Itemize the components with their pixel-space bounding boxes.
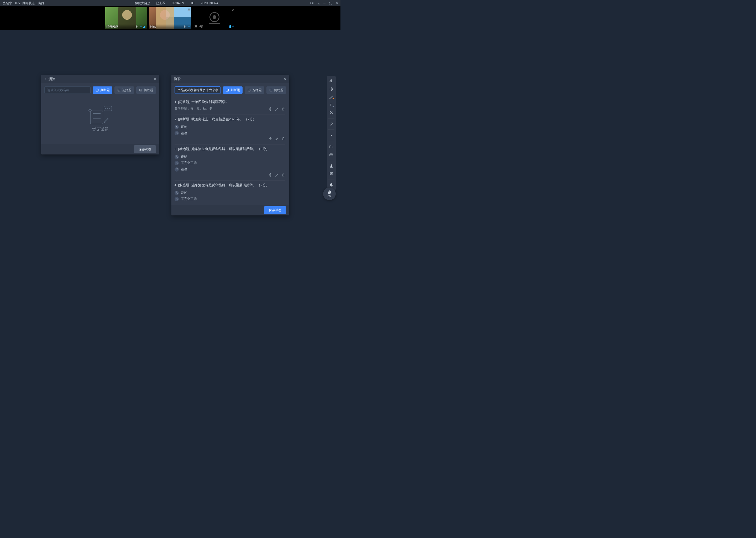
option-c[interactable]: C错误 (174, 166, 285, 173)
empty-text: 暂无试题 (92, 127, 109, 133)
video-close-icon[interactable]: ✕ (232, 8, 234, 12)
volume-indicator (228, 25, 231, 28)
close-icon[interactable]: ✕ (284, 77, 287, 81)
mic-muted-icon (232, 25, 234, 28)
move-tool-icon[interactable] (328, 86, 335, 92)
add-judge-button[interactable]: 判断题 (223, 86, 243, 94)
eraser-tool-icon[interactable] (328, 121, 335, 128)
panel-title: 测验 (174, 77, 284, 81)
add-judge-button[interactable]: 判断题 (93, 86, 112, 94)
option-b[interactable]: B错误 (174, 130, 285, 136)
edit-icon[interactable] (275, 173, 279, 177)
svg-rect-17 (226, 89, 228, 91)
option-b[interactable]: B不完全正确 (174, 160, 285, 166)
packet-loss-label: 丢包率：0% (3, 1, 20, 6)
move-icon[interactable] (269, 107, 272, 111)
svg-rect-25 (330, 154, 333, 156)
cursor-tool-icon[interactable] (328, 78, 335, 84)
svg-rect-10 (188, 26, 189, 27)
question-item: 3 [单选题] 施华洛世奇是反华品牌，所以梁鼎琪反华。 （2分） A正确 B不完… (174, 144, 285, 181)
back-icon[interactable] (44, 77, 46, 81)
folder-tool-icon[interactable] (328, 143, 335, 150)
minimize-icon[interactable] (323, 1, 326, 5)
edit-icon[interactable] (275, 107, 279, 111)
user-tool-icon[interactable] (328, 162, 335, 169)
elapsed-time: 02:34:09 (172, 1, 184, 5)
svg-point-6 (136, 26, 137, 27)
svg-rect-13 (96, 89, 98, 91)
elapsed-label: 已上课： (156, 1, 168, 5)
laser-tool-icon[interactable] (328, 132, 335, 139)
toolbox-tool-icon[interactable] (328, 151, 335, 158)
option-a[interactable]: A是的 (174, 190, 285, 196)
quiz-panel-empty: 测验 ✕ 判断题 选择题 T 简答题 暂无试题 (41, 75, 159, 154)
svg-point-1 (318, 3, 319, 4)
svg-text:T: T (330, 103, 332, 106)
add-short-answer-button[interactable]: T 简答题 (136, 86, 156, 94)
pen-tool-icon[interactable] (328, 93, 335, 100)
record-indicator-icon (183, 25, 187, 28)
save-quiz-button[interactable]: 保存试卷 (134, 145, 156, 153)
maximize-icon[interactable] (329, 1, 333, 5)
settings-icon[interactable] (316, 1, 320, 5)
scissors-tool-icon[interactable] (328, 109, 335, 116)
question-item: 4 [多选题] 施华洛世奇是反华品牌，所以梁鼎琪反华。 （2分） A是的 B不完… (174, 181, 285, 202)
video-tile-student-1[interactable]: ✕ Nina (149, 7, 191, 29)
session-id-label: ID： (191, 1, 198, 5)
add-choice-button[interactable]: 选择题 (245, 86, 264, 94)
mic-icon (188, 25, 190, 28)
svg-point-26 (330, 164, 332, 166)
topbar: 丢包率：0% 网络状态：良好 神秘大自然 已上课：02:34:09 ID：202… (0, 0, 341, 6)
close-window-icon[interactable] (335, 1, 339, 5)
svg-rect-7 (140, 26, 141, 27)
panel-title: 测验 (49, 77, 154, 81)
right-toolbar: T (327, 76, 336, 190)
add-short-answer-button[interactable]: T 简答题 (266, 86, 286, 94)
add-choice-button[interactable]: 选择题 (115, 86, 134, 94)
record-indicator-icon (135, 25, 139, 28)
svg-point-9 (184, 26, 185, 27)
svg-point-24 (331, 135, 332, 136)
record-icon[interactable] (310, 1, 314, 5)
quiz-panel-editor: 测验 ✕ 判断题 选择题 T 简答题 1 [简答题] (171, 75, 289, 215)
empty-illustration (88, 106, 112, 124)
delete-icon[interactable] (281, 107, 285, 111)
quiz-name-input[interactable] (44, 86, 91, 94)
option-a[interactable]: A正确 (174, 154, 285, 160)
delete-icon[interactable] (281, 137, 285, 140)
network-status-label: 网络状态：良好 (22, 1, 44, 6)
svg-rect-0 (310, 2, 313, 4)
move-icon[interactable] (269, 173, 272, 177)
video-name-label: 叮当老师 (106, 25, 135, 28)
close-icon[interactable]: ✕ (154, 77, 157, 81)
volume-indicator (143, 25, 146, 28)
video-tile-student-2[interactable]: ✕ 王小明 (193, 7, 235, 29)
edit-icon[interactable] (275, 137, 279, 140)
delete-icon[interactable] (281, 173, 285, 177)
video-tile-teacher[interactable]: 叮当老师 (105, 7, 147, 29)
quiz-name-input[interactable] (174, 86, 221, 94)
svg-text:T: T (140, 89, 141, 91)
hand-count: 0/2 (328, 195, 331, 198)
class-title: 神秘大自然 (135, 1, 150, 5)
option-b[interactable]: B不完全正确 (174, 196, 285, 202)
svg-text:T: T (270, 89, 271, 91)
session-id-value: 2020070324 (201, 1, 218, 5)
save-quiz-button[interactable]: 保存试卷 (264, 206, 286, 214)
hand-icon (327, 190, 332, 195)
raise-hand-badge[interactable]: 0/2 (323, 188, 336, 200)
video-name-label: 王小明 (195, 25, 228, 28)
camera-off-icon (210, 12, 219, 22)
question-item: 2 [判断题] 我国宪法上一次更新是在2020年。 （2分） A正确 B错误 (174, 115, 285, 144)
mic-icon (140, 25, 142, 28)
text-tool-icon[interactable]: T (328, 101, 335, 108)
move-icon[interactable] (269, 137, 272, 140)
answer-prefix: 参考答案： (174, 107, 190, 110)
option-a[interactable]: A正确 (174, 124, 285, 130)
question-item: 1 [简答题] 一年四季分别是哪四季? 参考答案：春、夏、秋、冬 (174, 97, 285, 115)
answer-text: 春、夏、秋、冬 (190, 107, 213, 110)
video-close-icon[interactable]: ✕ (188, 8, 190, 12)
video-name-label: Nina (150, 25, 183, 28)
video-strip: 叮当老师 ✕ Nina ✕ 王小明 (0, 6, 341, 30)
chat-tool-icon[interactable] (328, 170, 335, 177)
